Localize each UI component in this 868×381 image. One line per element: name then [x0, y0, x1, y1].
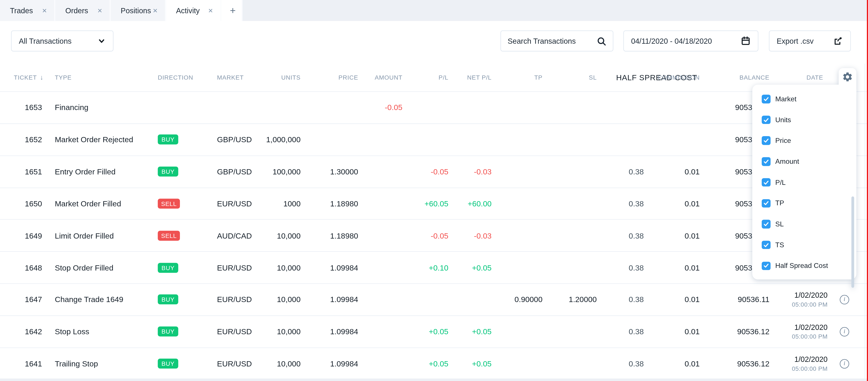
cell-direction: SELL [150, 198, 210, 209]
cell-pl: -0.05 [402, 231, 448, 240]
table-row[interactable]: 1647Change Trade 1649BUYEUR/USD10,0001.0… [0, 284, 868, 316]
tab-positions[interactable]: Positions ✕ [111, 0, 166, 21]
cell-market: GBP/USD [210, 167, 255, 176]
gear-icon[interactable] [842, 71, 853, 83]
date-range-value: 04/11/2020 - 04/18/2020 [631, 37, 712, 45]
column-settings-item-amount[interactable]: Amount [752, 151, 856, 172]
column-header-sl[interactable]: SL [542, 74, 597, 81]
column-header-units[interactable]: UNITS [255, 74, 301, 81]
cell-ticket: 1651 [11, 167, 44, 176]
cell-commission: 0.01 [644, 167, 700, 176]
cell-direction: BUY [150, 263, 210, 273]
trading-activity-window: Trades ✕ Orders ✕ Positions ✕ Activity ✕… [0, 0, 868, 381]
cell-market: EUR/USD [210, 295, 255, 304]
export-icon [833, 36, 843, 46]
cell-half-spread-cost: 0.38 [597, 327, 644, 336]
table-row[interactable]: 1642Stop LossBUYEUR/USD10,0001.09984+0.0… [0, 316, 868, 348]
table-row[interactable]: 1648Stop Order FilledBUYEUR/USD10,0001.0… [0, 252, 868, 284]
column-settings-item-units[interactable]: Units [752, 109, 856, 130]
cell-price: 1.30000 [301, 167, 358, 176]
tab-orders[interactable]: Orders ✕ [55, 0, 111, 21]
table-row[interactable]: 1653Financing-0.059053 [0, 92, 868, 124]
tab-trades[interactable]: Trades ✕ [0, 0, 55, 21]
table-row[interactable]: 1650Market Order FilledSELLEUR/USD10001.… [0, 188, 868, 220]
checkbox-checked-icon[interactable] [762, 136, 770, 145]
search-box[interactable] [500, 30, 613, 52]
column-settings-item-tp[interactable]: TP [752, 193, 856, 214]
tab-label: Positions [121, 6, 151, 14]
column-settings-item-market[interactable]: Market [752, 89, 856, 109]
tab-activity[interactable]: Activity ✕ [166, 0, 221, 21]
tab-close-icon[interactable]: ✕ [42, 7, 47, 14]
plus-icon: + [230, 5, 236, 16]
column-settings-item-label: TP [775, 199, 784, 207]
column-header-half-spread-cost[interactable]: HALF SPREAD COST [597, 74, 644, 81]
table-row[interactable]: 1649Limit Order FilledSELLAUD/CAD10,0001… [0, 220, 868, 252]
search-input[interactable] [507, 37, 591, 45]
cell-units: 1000 [255, 199, 301, 208]
transaction-filter-value: All Transactions [19, 37, 71, 45]
direction-badge: BUY [158, 166, 178, 177]
transaction-filter-select[interactable]: All Transactions [11, 30, 114, 52]
cell-direction: BUY [150, 327, 210, 337]
cell-ticket: 1649 [11, 231, 44, 240]
column-settings-item-sl[interactable]: SL [752, 214, 856, 235]
tab-close-icon[interactable]: ✕ [153, 7, 158, 14]
cell-half-spread-cost: 0.38 [597, 295, 644, 304]
cell-net-pl: +0.05 [448, 359, 491, 368]
date-value: 1/02/2020 [770, 323, 828, 331]
info-icon[interactable]: i [840, 295, 849, 304]
column-settings-panel: Market Units Price Amount P/L TP [752, 85, 856, 280]
tab-bar: Trades ✕ Orders ✕ Positions ✕ Activity ✕… [0, 0, 868, 21]
column-header-type[interactable]: TYPE [44, 74, 150, 81]
column-settings-item-price[interactable]: Price [752, 130, 856, 151]
checkbox-checked-icon[interactable] [762, 220, 770, 228]
column-header-ticket[interactable]: TICKET ↓ [11, 73, 44, 81]
column-header-market[interactable]: MARKET [210, 74, 255, 81]
column-header-commission[interactable]: COMMISSION [644, 74, 700, 81]
checkbox-checked-icon[interactable] [762, 116, 770, 124]
column-header-net-p-l[interactable]: NET P/L [448, 74, 491, 81]
column-header-price[interactable]: PRICE [301, 74, 358, 81]
date-range-picker[interactable]: 04/11/2020 - 04/18/2020 [623, 30, 758, 52]
info-icon[interactable]: i [840, 327, 849, 336]
cell-market: AUD/CAD [210, 231, 255, 240]
column-header-tp[interactable]: TP [492, 74, 542, 81]
dropdown-scrollbar-thumb[interactable] [851, 196, 854, 288]
checkbox-checked-icon[interactable] [762, 157, 770, 166]
tab-close-icon[interactable]: ✕ [97, 7, 102, 14]
column-settings-item-label: P/L [775, 179, 786, 186]
column-settings-item-half-spread-cost[interactable]: Half Spread Cost [752, 255, 856, 276]
checkbox-checked-icon[interactable] [762, 95, 770, 103]
checkbox-checked-icon[interactable] [762, 178, 770, 187]
cell-half-spread-cost: 0.38 [597, 263, 644, 272]
column-header-direction[interactable]: DIRECTION [150, 74, 210, 81]
cell-market: EUR/USD [210, 359, 255, 368]
tab-close-icon[interactable]: ✕ [208, 7, 213, 14]
cell-half-spread-cost: 0.38 [597, 359, 644, 368]
column-header-p-l[interactable]: P/L [402, 74, 448, 81]
checkbox-checked-icon[interactable] [762, 241, 770, 249]
direction-badge: BUY [158, 327, 178, 337]
column-settings-item-label: TS [775, 241, 784, 249]
table-row[interactable]: 1641Trailing StopBUYEUR/USD10,0001.09984… [0, 348, 868, 380]
column-settings-item-ts[interactable]: TS [752, 234, 856, 255]
column-settings-item-p-l[interactable]: P/L [752, 172, 856, 193]
table-row[interactable]: 1651Entry Order FilledBUYGBP/USD100,0001… [0, 156, 868, 188]
cell-commission: 0.01 [644, 295, 700, 304]
tab-label: Activity [176, 6, 200, 14]
add-tab-button[interactable]: + [221, 0, 243, 21]
info-icon[interactable]: i [840, 359, 849, 369]
cell-units: 10,000 [255, 359, 301, 368]
cell-half-spread-cost: 0.38 [597, 167, 644, 176]
checkbox-checked-icon[interactable] [762, 199, 770, 208]
column-settings-item-label: Units [775, 116, 791, 124]
export-csv-label: Export .csv [777, 37, 814, 45]
export-csv-button[interactable]: Export .csv [769, 30, 851, 52]
table-body: 1653Financing-0.0590531652Market Order R… [0, 92, 868, 380]
column-header-amount[interactable]: AMOUNT [358, 74, 402, 81]
cell-info: i [828, 359, 861, 369]
direction-badge: SELL [158, 198, 180, 209]
checkbox-checked-icon[interactable] [762, 262, 770, 270]
table-row[interactable]: 1652Market Order RejectedBUYGBP/USD1,000… [0, 124, 868, 156]
